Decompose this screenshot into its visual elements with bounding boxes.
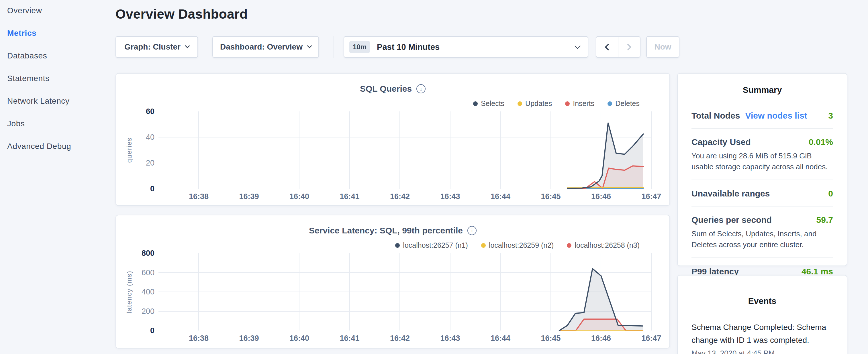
svg-text:16:41: 16:41	[340, 192, 359, 201]
svg-text:16:42: 16:42	[390, 192, 410, 201]
sidebar-item[interactable]: Statements	[0, 70, 115, 87]
svg-text:16:38: 16:38	[189, 334, 209, 343]
chevron-down-icon	[185, 43, 190, 49]
svg-text:16:44: 16:44	[491, 334, 510, 343]
sidebar-item-label: Statements	[7, 74, 50, 83]
events-title: Events	[691, 296, 833, 306]
sidebar-item-label: Databases	[7, 51, 47, 60]
svg-text:200: 200	[142, 307, 154, 316]
svg-text:16:43: 16:43	[440, 192, 460, 201]
toolbar: Graph: Cluster Dashboard: Overview 10m P…	[116, 36, 679, 58]
service-latency-chart-card: Service Latency: SQL, 99th percentile i …	[116, 215, 670, 349]
svg-text:16:46: 16:46	[591, 192, 611, 201]
summary-row-label: Capacity Used	[691, 137, 751, 147]
svg-text:16:41: 16:41	[340, 334, 359, 343]
summary-row-label: Total Nodes	[691, 111, 740, 121]
dashboard-dropdown[interactable]: Dashboard: Overview	[212, 36, 319, 58]
view-nodes-list-link[interactable]: View nodes list	[745, 111, 807, 121]
time-step-forward-button[interactable]	[618, 37, 640, 57]
info-icon[interactable]: i	[416, 84, 426, 93]
svg-text:16:40: 16:40	[289, 192, 309, 201]
summary-row-head: Capacity Used 0.01%	[691, 137, 833, 147]
svg-text:800: 800	[142, 249, 154, 257]
now-button[interactable]: Now	[646, 36, 679, 58]
svg-text:16:40: 16:40	[289, 334, 309, 343]
sidebar-item-label: Advanced Debug	[7, 142, 71, 151]
svg-text:16:44: 16:44	[491, 192, 510, 201]
event-item[interactable]: Schema Change Completed: Schema change w…	[691, 321, 833, 354]
svg-text:0: 0	[150, 185, 154, 193]
sidebar-item[interactable]: Metrics	[0, 25, 115, 41]
chevron-down-icon	[575, 43, 581, 49]
info-icon[interactable]: i	[467, 226, 476, 235]
svg-text:40: 40	[146, 133, 154, 141]
sidebar-item[interactable]: Overview	[0, 2, 115, 19]
sidebar-item-label: Overview	[7, 6, 42, 15]
svg-text:16:45: 16:45	[541, 192, 560, 201]
events-body: Events Schema Change Completed: Schema c…	[678, 296, 847, 354]
event-text: Schema Change Completed: Schema change w…	[691, 321, 833, 347]
summary-rows: Total Nodes View nodes list 3 Capacity U…	[678, 102, 847, 284]
toolbar-divider	[334, 36, 334, 58]
summary-row-label: Queries per second	[691, 215, 772, 225]
svg-text:16:45: 16:45	[541, 334, 560, 343]
svg-text:16:43: 16:43	[440, 334, 460, 343]
summary-row: Queries per second 59.7 Sum of Selects, …	[691, 206, 833, 258]
svg-text:16:38: 16:38	[189, 192, 209, 201]
summary-row: Unavailable ranges 0	[691, 180, 833, 206]
svg-text:16:46: 16:46	[591, 334, 611, 343]
service-latency-chart[interactable]: 16:3816:3916:4016:4116:4216:4316:4416:45…	[124, 245, 663, 344]
event-timestamp: May 13, 2020 at 4:45 PM	[691, 349, 833, 354]
sidebar-item[interactable]: Jobs	[0, 116, 115, 132]
summary-panel: Summary Total Nodes View nodes list 3 Ca…	[677, 73, 847, 266]
dashboard-dropdown-label: Dashboard: Overview	[220, 42, 303, 52]
time-range-badge: 10m	[349, 41, 370, 53]
summary-row-value: 0.01%	[809, 137, 833, 147]
summary-row: Capacity Used 0.01% You are using 28.6 M…	[691, 129, 833, 180]
time-range-dropdown[interactable]: 10m Past 10 Minutes	[344, 36, 588, 58]
chart-title: SQL Queries	[360, 84, 412, 94]
svg-text:20: 20	[146, 159, 154, 167]
events-panel: Events Schema Change Completed: Schema c…	[677, 275, 847, 354]
summary-row-head: Unavailable ranges 0	[691, 189, 833, 198]
sidebar-item-label: Jobs	[7, 119, 25, 128]
sidebar-item[interactable]: Network Latency	[0, 93, 115, 109]
sql-queries-chart[interactable]: 16:3816:3916:4016:4116:4216:4316:4416:45…	[124, 103, 663, 202]
summary-row-subtext: You are using 28.6 MiB of 515.9 GiB usab…	[691, 150, 833, 172]
sidebar-item[interactable]: Advanced Debug	[0, 138, 115, 155]
chevron-down-icon	[307, 43, 312, 49]
summary-row-value: 3	[828, 111, 833, 121]
summary-title: Summary	[678, 85, 847, 95]
svg-text:16:39: 16:39	[239, 334, 259, 343]
time-step-back-button[interactable]	[596, 37, 618, 57]
summary-row-subtext: Sum of Selects, Updates, Inserts, and De…	[691, 228, 833, 250]
chart-title: Service Latency: SQL, 99th percentile	[309, 226, 463, 235]
chart-title-row: SQL Queries i	[116, 84, 670, 94]
sidebar-item[interactable]: Databases	[0, 47, 115, 64]
summary-row: Total Nodes View nodes list 3	[691, 102, 833, 129]
summary-row-value: 59.7	[816, 215, 833, 225]
graph-dropdown[interactable]: Graph: Cluster	[116, 36, 198, 58]
sql-queries-chart-card: SQL Queries i Selects Updates Inserts De…	[116, 73, 670, 206]
time-step-buttons	[596, 36, 641, 58]
sidebar-item-label: Metrics	[7, 29, 36, 38]
chart-title-row: Service Latency: SQL, 99th percentile i	[116, 226, 670, 235]
now-button-label: Now	[654, 42, 671, 52]
summary-row-head: Total Nodes View nodes list 3	[691, 111, 833, 121]
events-list: Schema Change Completed: Schema change w…	[691, 321, 833, 354]
graph-dropdown-label: Graph: Cluster	[124, 42, 181, 52]
summary-row-value: 0	[828, 189, 833, 198]
chevron-right-icon	[624, 43, 631, 51]
svg-text:16:47: 16:47	[641, 334, 661, 343]
sidebar-item-label: Network Latency	[7, 97, 70, 106]
sidebar: Overview Metrics Databases Statements Ne…	[0, 0, 115, 354]
time-range-label: Past 10 Minutes	[377, 42, 440, 52]
svg-text:16:39: 16:39	[239, 192, 259, 201]
page-title: Overview Dashboard	[116, 6, 248, 22]
svg-text:400: 400	[142, 288, 154, 296]
svg-text:latency (ms): latency (ms)	[125, 271, 133, 313]
svg-text:16:47: 16:47	[641, 192, 661, 201]
svg-text:0: 0	[150, 326, 154, 335]
summary-row-label: Unavailable ranges	[691, 189, 770, 198]
svg-text:queries: queries	[125, 137, 133, 163]
